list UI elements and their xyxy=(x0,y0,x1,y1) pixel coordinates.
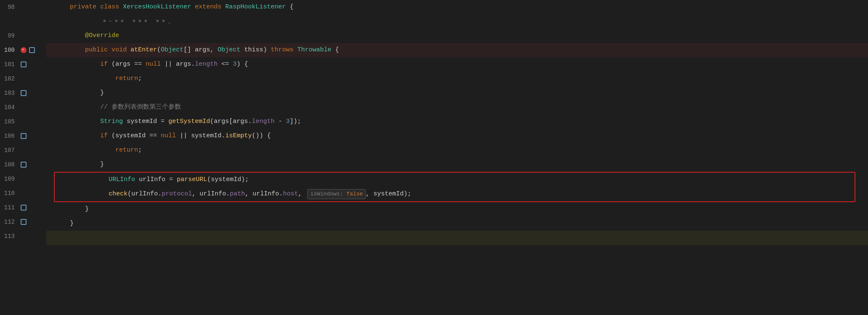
line-num-112: 112 xyxy=(0,215,19,229)
token: isEmpty xyxy=(225,129,252,143)
gutter-icon-102 xyxy=(20,75,27,83)
token: null xyxy=(146,57,161,72)
token: private xyxy=(70,0,100,14)
line-num-110: 110 xyxy=(0,186,19,200)
token xyxy=(55,143,115,158)
code-line-109: URLInfo urlInfo = parseURL(systemId); xyxy=(55,173,855,187)
code-lines: private class XercesHookListener extends… xyxy=(46,0,868,245)
token: URLInfo xyxy=(109,173,135,187)
token: RaspHookListener xyxy=(225,0,286,14)
code-line-obf: ▪-▪▪ ▪▪▪ ▪▪. xyxy=(46,14,868,29)
gutter-row-100: 100 xyxy=(0,43,46,57)
line-num-109: 109 xyxy=(0,172,19,186)
bookmark-icon-100[interactable] xyxy=(29,47,35,53)
code-line-111: } xyxy=(46,202,868,216)
bookmark-icon-108[interactable] xyxy=(21,162,27,168)
token: getSystemId xyxy=(168,115,210,129)
token: thiss) xyxy=(240,43,271,57)
code-line-113 xyxy=(46,231,868,245)
gutter-icon-108[interactable] xyxy=(20,161,27,168)
token: } xyxy=(55,216,74,231)
gutter-row-102: 102 xyxy=(0,72,46,86)
token: XercesHookListener xyxy=(123,0,195,14)
line-num-99: 99 xyxy=(0,29,19,43)
token: } xyxy=(55,86,104,100)
token xyxy=(55,115,100,129)
code-line-112: } xyxy=(46,216,868,231)
token: length xyxy=(252,115,274,129)
token: Object xyxy=(161,43,184,57)
gutter-row-104: 104 xyxy=(0,100,46,115)
gutter-row-111: 111 xyxy=(0,200,46,215)
token: protocol xyxy=(162,187,192,201)
token xyxy=(55,43,85,57)
line-num-111: 111 xyxy=(0,200,19,215)
token: ]); xyxy=(290,115,301,129)
token: @Override xyxy=(85,29,119,43)
gutter-icon-101[interactable] xyxy=(20,61,27,68)
boxed-highlight: URLInfo urlInfo = parseURL(systemId); ch… xyxy=(54,172,855,202)
line-num-108: 108 xyxy=(0,158,19,172)
bookmark-icon-111[interactable] xyxy=(21,205,27,211)
token: if xyxy=(100,129,112,143)
gutter-bookmark-100[interactable] xyxy=(28,46,36,54)
token: // 参数列表倒数第三个参数 xyxy=(55,100,181,115)
token: systemId = xyxy=(123,115,168,129)
code-line-110: check(urlInfo.protocol, urlInfo.path, ur… xyxy=(55,187,855,201)
gutter-row-106: 106 xyxy=(0,129,46,143)
token: (systemId); xyxy=(207,173,249,187)
gutter-row-112: 112 xyxy=(0,215,46,229)
gutter-icon-107 xyxy=(20,147,27,154)
line-num-103: 103 xyxy=(0,86,19,100)
code-line-98: private class XercesHookListener extends… xyxy=(46,0,868,14)
bookmark-icon-106[interactable] xyxy=(21,133,27,139)
token: ; xyxy=(138,72,142,86)
token: ( xyxy=(157,43,161,57)
line-num-107: 107 xyxy=(0,143,19,158)
bookmark-icon-101[interactable] xyxy=(21,61,27,67)
token: parseURL xyxy=(177,173,207,187)
gutter-row-99: 99 xyxy=(0,29,46,43)
token: { xyxy=(286,0,293,14)
token: , urlInfo. xyxy=(192,187,230,201)
line-num-113: 113 xyxy=(0,229,19,243)
token: (args == xyxy=(112,57,146,72)
gutter-icon-106[interactable] xyxy=(20,132,27,140)
gutter-icon-100[interactable] xyxy=(20,46,27,54)
token: host xyxy=(283,187,298,201)
token: atEnter xyxy=(130,43,157,57)
code-line-100: public void atEnter(Object[] args, Objec… xyxy=(46,43,868,57)
token: null xyxy=(161,129,176,143)
code-line-107: return; xyxy=(46,143,868,158)
token: class xyxy=(100,0,123,14)
token xyxy=(63,187,109,201)
token: Throwable xyxy=(297,43,331,57)
token: urlInfo = xyxy=(135,173,177,187)
gutter-icon-103[interactable] xyxy=(20,89,27,97)
token: } xyxy=(55,202,89,216)
gutter-icon-111[interactable] xyxy=(20,204,27,211)
gutter-row-107: 107 xyxy=(0,143,46,158)
token: public xyxy=(85,43,112,57)
line-num-105: 105 xyxy=(0,115,19,129)
gutter-row-110: 110 xyxy=(0,186,46,200)
bookmark-icon-112[interactable] xyxy=(21,219,27,225)
token: extends xyxy=(195,0,225,14)
token: { xyxy=(331,43,339,57)
token: [] args, xyxy=(184,43,218,57)
bookmark-icon-103[interactable] xyxy=(21,90,27,96)
token: String xyxy=(100,115,123,129)
line-num-104: 104 xyxy=(0,100,19,115)
code-line-99: @Override xyxy=(46,29,868,43)
breakpoint-dot[interactable] xyxy=(21,47,27,53)
token: if xyxy=(100,57,112,72)
gutter-icon-112[interactable] xyxy=(20,218,27,226)
gutter-row-98: 98 xyxy=(0,0,46,14)
line-num-106: 106 xyxy=(0,129,19,143)
gutter-icon-109 xyxy=(20,175,27,183)
code-line-108: } xyxy=(46,158,868,172)
token: (urlInfo. xyxy=(128,187,162,201)
token xyxy=(55,72,115,86)
gutter-icon-113 xyxy=(20,232,27,240)
token-throws: throws xyxy=(271,43,297,57)
